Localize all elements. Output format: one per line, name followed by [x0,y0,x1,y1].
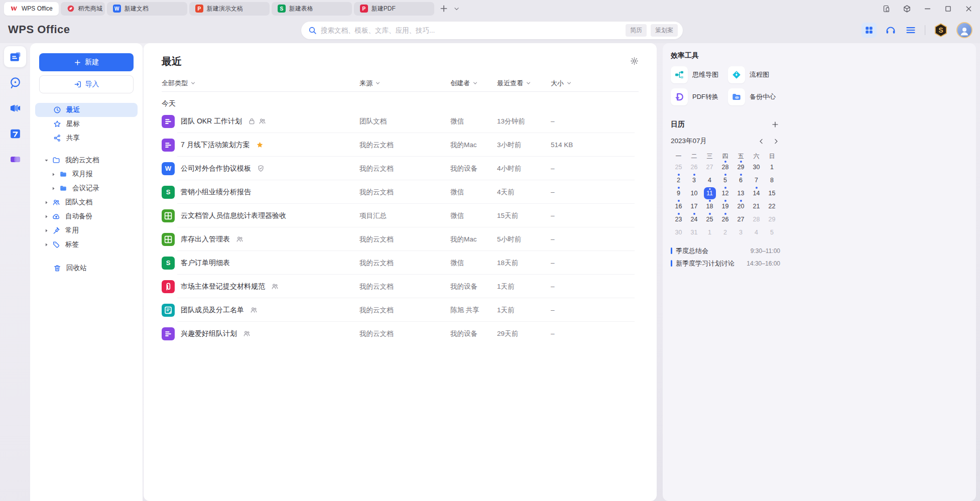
tool-流程图[interactable]: 流程图 [728,66,780,83]
calendar-day[interactable]: 15 [764,187,780,200]
filter-创建者[interactable]: 创建者 [450,79,497,88]
calendar-day[interactable]: 4 [702,174,717,187]
file-row[interactable]: S客户订单明细表我的云文档微信18天前– [162,251,639,275]
search-bar[interactable]: 简历 策划案 [301,22,683,39]
tree-item-会议记录[interactable]: 会议记录 [35,181,138,195]
document-tab[interactable]: WPS Office [4,2,59,16]
document-tab[interactable]: 稻壳商城 [61,2,105,16]
document-tab[interactable]: W新建文档 [107,2,187,16]
sidebar-item-最近[interactable]: 最近 [35,103,138,117]
calendar-day[interactable]: 28 [749,213,764,226]
rail-item-documents[interactable] [4,46,26,67]
tab-list-dropdown[interactable] [453,6,460,12]
search-tag-resume[interactable]: 简历 [626,24,647,37]
calendar-day[interactable]: 2 [717,226,733,239]
calendar-day[interactable]: 5 [764,226,780,239]
rail-item-calendar[interactable] [4,123,26,144]
calendar-day[interactable]: 6 [733,174,749,187]
new-tab-button[interactable] [439,4,448,13]
calendar-day[interactable]: 28 [717,161,733,174]
new-button[interactable]: 新建 [39,53,134,71]
avatar[interactable] [956,22,972,38]
calendar-day[interactable]: 13 [733,187,749,200]
file-row[interactable]: 市场主体登记提交材料规范我的云文档我的设备1天前– [162,275,639,298]
import-button[interactable]: 导入 [39,75,134,93]
caret-right-icon[interactable] [51,172,56,177]
rail-item-collaboration[interactable] [4,72,26,93]
search-tag-plan[interactable]: 策划案 [651,24,678,37]
rail-item-meeting[interactable] [4,97,26,118]
calendar-day[interactable]: 25 [671,161,686,174]
sidebar-item-星标[interactable]: 星标 [35,117,138,131]
document-tab[interactable]: P新建PDF [354,2,434,16]
calendar-day[interactable]: 4 [749,226,764,239]
sidebar-item-共享[interactable]: 共享 [35,131,138,145]
tool-PDF转换[interactable]: PDF转换 [671,88,728,105]
caret-right-icon[interactable] [44,214,49,219]
caret-right-icon[interactable] [44,200,49,205]
apps-grid-icon[interactable] [862,23,877,38]
close-icon[interactable] [964,5,973,13]
calendar-day[interactable]: 27 [733,213,749,226]
add-event-button[interactable] [771,120,779,129]
tree-item-常用[interactable]: 常用 [35,223,138,237]
main-menu-icon[interactable] [905,24,917,36]
calendar-day[interactable]: 8 [764,174,780,187]
filter-大小[interactable]: 大小 [551,79,639,88]
calendar-day[interactable]: 9 [671,187,686,200]
tree-item-双月报[interactable]: 双月报 [35,167,138,181]
document-tab[interactable]: S新建表格 [272,2,352,16]
calendar-day[interactable]: 2 [671,174,686,187]
calendar-day[interactable]: 30 [749,161,764,174]
file-row[interactable]: 团队成员及分工名单我的云文档陈旭 共享1天前– [162,298,639,322]
calendar-day[interactable]: 26 [717,213,733,226]
calendar-next-button[interactable] [773,138,779,145]
caret-right-icon[interactable] [44,242,49,247]
calendar-day[interactable]: 19 [717,200,733,213]
calendar-day[interactable]: 30 [671,226,686,239]
calendar-day[interactable]: 18 [702,200,717,213]
filter-全部类型[interactable]: 全部类型 [162,79,359,88]
calendar-day[interactable]: 25 [702,213,717,226]
calendar-day[interactable]: 31 [686,226,702,239]
svip-badge[interactable]: S [933,23,948,38]
maximize-icon[interactable] [944,5,952,13]
workspace-cube-icon[interactable] [903,5,911,13]
calendar-day[interactable]: 10 [686,187,702,200]
tree-item-标签[interactable]: 标签 [35,237,138,252]
tool-思维导图[interactable]: 思维导图 [671,66,728,83]
document-tab[interactable]: P新建演示文稿 [189,2,270,16]
filter-来源[interactable]: 来源 [359,79,450,88]
sidebar-item-回收站[interactable]: 回收站 [35,261,138,275]
caret-right-icon[interactable] [44,228,49,233]
calendar-day[interactable]: 17 [686,200,702,213]
tree-item-我的云文档[interactable]: 我的云文档 [35,153,138,167]
search-input[interactable] [321,27,626,34]
caret-right-icon[interactable] [51,186,56,191]
calendar-day[interactable]: 1 [702,226,717,239]
calendar-day-selected[interactable]: 11 [702,187,717,200]
tree-item-自动备份[interactable]: 自动备份 [35,209,138,223]
calendar-day[interactable]: 20 [733,200,749,213]
rail-item-apps[interactable] [4,149,26,170]
calendar-day[interactable]: 3 [733,226,749,239]
file-row[interactable]: S营销小组业绩分析报告我的云文档微信4天前– [162,180,639,204]
calendar-prev-button[interactable] [758,138,765,145]
calendar-day[interactable]: 26 [686,161,702,174]
calendar-day[interactable]: 21 [749,200,764,213]
file-row[interactable]: W公司对外合作协议模板我的云文档我的设备4小时前– [162,157,639,180]
tool-备份中心[interactable]: 备份中心 [728,88,780,105]
minimize-icon[interactable] [923,5,932,13]
calendar-day[interactable]: 23 [671,213,686,226]
file-row[interactable]: 团队 OKR 工作计划团队文档微信13分钟前– [162,109,639,133]
calendar-day[interactable]: 3 [686,174,702,187]
file-row[interactable]: 云文档管人员信息统计表理器验收项目汇总微信15天前– [162,204,639,227]
calendar-day[interactable]: 16 [671,200,686,213]
calendar-event[interactable]: 季度总结会9:30–11:00 [671,244,780,257]
calendar-day[interactable]: 12 [717,187,733,200]
file-row[interactable]: 库存出入管理表我的云文档我的Mac5小时前– [162,227,639,251]
calendar-day[interactable]: 22 [764,200,780,213]
calendar-day[interactable]: 24 [686,213,702,226]
calendar-day[interactable]: 27 [702,161,717,174]
calendar-event[interactable]: 新季度学习计划讨论14:30–16:00 [671,257,780,270]
